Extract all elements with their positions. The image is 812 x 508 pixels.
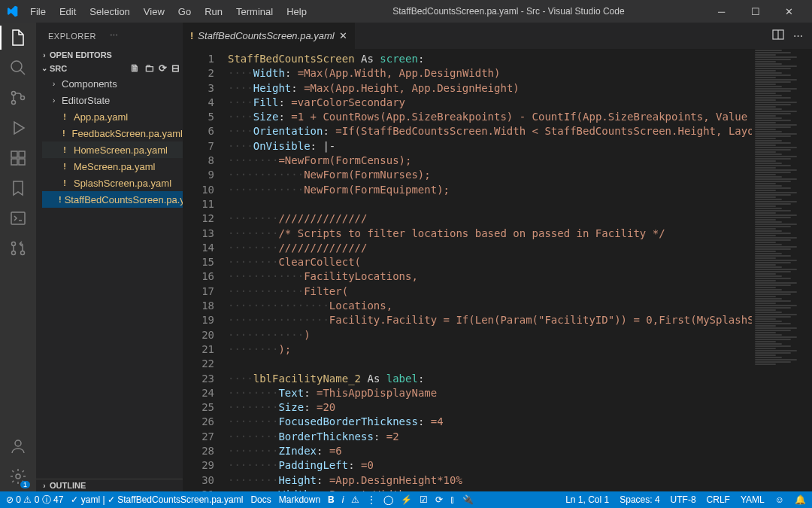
- vscode-logo-icon: [6, 5, 18, 17]
- open-editors-label: OPEN EDITORS: [50, 50, 112, 59]
- svg-point-0: [11, 61, 22, 71]
- explorer-icon[interactable]: [9, 29, 27, 47]
- close-button[interactable]: ✕: [772, 0, 806, 23]
- svg-rect-6: [19, 159, 25, 165]
- status-eol[interactable]: CRLF: [707, 494, 730, 505]
- tab-label: StaffBedCountsScreen.pa.yaml: [198, 30, 334, 41]
- status-docs[interactable]: Docs: [250, 494, 271, 505]
- status-feedback-icon[interactable]: ☺: [775, 494, 784, 505]
- status-encoding[interactable]: UTF-8: [671, 494, 696, 505]
- svg-point-12: [15, 440, 21, 446]
- bookmark-icon[interactable]: [9, 179, 27, 197]
- extensions-icon[interactable]: [9, 149, 27, 167]
- menu-terminal[interactable]: Terminal: [230, 3, 279, 20]
- explorer-sidebar: EXPLORER ⋯ › OPEN EDITORS ⌄ SRC 🗎 🗀 ⟳ ⊟ …: [36, 23, 183, 491]
- tab-close-icon[interactable]: ✕: [339, 30, 347, 41]
- editor-tabs: ! StaffBedCountsScreen.pa.yaml ✕ ⋯: [183, 23, 812, 49]
- status-i[interactable]: i: [342, 494, 344, 505]
- line-gutter: 1234567891011121314151617181920212223242…: [183, 49, 228, 491]
- scm-icon[interactable]: [9, 89, 27, 107]
- file-tree: ›Components ›EditorState !App.pa.yaml !F…: [36, 75, 183, 208]
- collapse-icon[interactable]: ⊟: [171, 62, 180, 74]
- status-circle-icon[interactable]: ◯: [383, 494, 393, 505]
- svg-point-1: [12, 92, 16, 96]
- svg-rect-4: [11, 151, 17, 157]
- menu-go[interactable]: Go: [172, 3, 197, 20]
- new-folder-icon[interactable]: 🗀: [144, 62, 154, 74]
- folder-editorstate[interactable]: ›EditorState: [42, 92, 183, 108]
- svg-rect-7: [19, 151, 25, 157]
- menubar: File Edit Selection View Go Run Terminal…: [24, 3, 313, 20]
- svg-point-3: [21, 96, 25, 100]
- tab-staffbed[interactable]: ! StaffBedCountsScreen.pa.yaml ✕: [183, 23, 355, 49]
- svg-point-9: [12, 242, 16, 246]
- status-branch[interactable]: ✓ yaml | ✓ StaffBedCountsScreen.pa.yaml: [71, 494, 243, 505]
- status-spaces[interactable]: Spaces: 4: [620, 494, 659, 505]
- file-staffbed[interactable]: !StaffBedCountsScreen.pa.yaml: [42, 191, 183, 208]
- console-icon[interactable]: [9, 209, 27, 227]
- status-check-icon[interactable]: ☑: [420, 494, 428, 505]
- file-app[interactable]: !App.pa.yaml: [42, 108, 183, 125]
- settings-icon[interactable]: 1: [9, 467, 27, 485]
- status-lightning-icon[interactable]: ⚡: [401, 494, 412, 505]
- menu-edit[interactable]: Edit: [53, 3, 82, 20]
- svg-rect-5: [11, 159, 17, 165]
- menu-run[interactable]: Run: [198, 3, 229, 20]
- account-icon[interactable]: [9, 437, 27, 455]
- outline-section[interactable]: › OUTLINE: [36, 479, 183, 491]
- svg-point-10: [12, 251, 16, 255]
- activitybar: 1: [0, 23, 36, 491]
- code-content[interactable]: StaffBedCountsScreen As screen:····Width…: [228, 49, 752, 491]
- menu-help[interactable]: Help: [280, 3, 313, 20]
- titlebar: File Edit Selection View Go Run Terminal…: [0, 0, 812, 23]
- svg-point-11: [21, 251, 25, 255]
- file-homescreen[interactable]: !HomeScreen.pa.yaml: [42, 141, 183, 158]
- status-sep[interactable]: ⋮: [367, 494, 376, 505]
- root-folder-label: SRC: [50, 64, 67, 73]
- editor-area: ! StaffBedCountsScreen.pa.yaml ✕ ⋯ 12345…: [183, 23, 812, 491]
- status-lncol[interactable]: Ln 1, Col 1: [565, 494, 609, 505]
- status-plug-icon[interactable]: 🔌: [462, 494, 474, 505]
- new-file-icon[interactable]: 🗎: [130, 62, 140, 74]
- status-bell-icon[interactable]: 🔔: [795, 494, 806, 505]
- menu-selection[interactable]: Selection: [83, 3, 135, 20]
- folder-section[interactable]: ⌄ SRC 🗎 🗀 ⟳ ⊟: [36, 61, 183, 75]
- explorer-more-icon[interactable]: ⋯: [110, 31, 171, 41]
- status-problems[interactable]: ⊘ 0 ⚠ 0 ⓘ 47: [6, 494, 63, 506]
- file-mescreen[interactable]: !MeScreen.pa.yaml: [42, 158, 183, 175]
- status-split-icon[interactable]: ⫿: [450, 494, 455, 505]
- minimap[interactable]: [752, 49, 812, 491]
- search-icon[interactable]: [9, 59, 27, 77]
- explorer-title: EXPLORER: [48, 32, 110, 41]
- editor[interactable]: 1234567891011121314151617181920212223242…: [183, 49, 812, 491]
- status-markdown[interactable]: Markdown: [279, 494, 320, 505]
- statusbar: ⊘ 0 ⚠ 0 ⓘ 47 ✓ yaml | ✓ StaffBedCountsSc…: [0, 491, 812, 508]
- open-editors-section[interactable]: › OPEN EDITORS: [36, 49, 183, 61]
- refresh-icon[interactable]: ⟳: [159, 62, 167, 74]
- folder-components[interactable]: ›Components: [42, 75, 183, 92]
- maximize-button[interactable]: ☐: [738, 0, 772, 23]
- window-title: StaffBedCountsScreen.pa.yaml - Src - Vis…: [313, 6, 704, 17]
- svg-rect-8: [11, 212, 25, 224]
- status-lang[interactable]: YAML: [741, 494, 765, 505]
- status-warn-icon[interactable]: ⚠: [351, 494, 359, 505]
- editor-more-icon[interactable]: ⋯: [793, 30, 803, 41]
- debug-icon[interactable]: [9, 119, 27, 137]
- yaml-file-icon: !: [190, 30, 193, 41]
- file-feedback[interactable]: !FeedbackScreen.pa.yaml: [42, 125, 183, 141]
- status-b[interactable]: B: [328, 494, 335, 505]
- menu-file[interactable]: File: [24, 3, 52, 20]
- pr-icon[interactable]: [9, 239, 27, 257]
- split-editor-icon[interactable]: [772, 29, 784, 43]
- minimize-button[interactable]: ─: [704, 0, 738, 23]
- status-refresh-icon[interactable]: ⟳: [435, 494, 443, 505]
- svg-point-13: [16, 474, 20, 479]
- svg-point-2: [12, 101, 16, 105]
- menu-view[interactable]: View: [138, 3, 171, 20]
- outline-label: OUTLINE: [50, 481, 86, 490]
- file-splash[interactable]: !SplashScreen.pa.yaml: [42, 175, 183, 191]
